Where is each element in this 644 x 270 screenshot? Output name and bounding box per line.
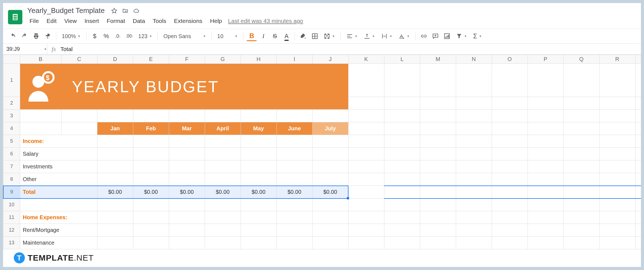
col-header[interactable]: O [492, 55, 528, 64]
text-color-button[interactable]: A [281, 31, 291, 41]
month-header[interactable]: May [241, 122, 276, 135]
month-header[interactable]: June [276, 122, 312, 135]
col-header[interactable]: B [20, 55, 61, 64]
insert-chart-button[interactable] [442, 31, 452, 41]
row-rent[interactable]: Rent/Mortgage [20, 224, 97, 237]
borders-button[interactable] [310, 31, 320, 41]
horizontal-align-button[interactable]: ▼ [344, 31, 360, 41]
print-button[interactable] [31, 31, 41, 41]
row-header[interactable]: 4 [3, 122, 20, 135]
column-headers[interactable]: B C D E F G H I J K L M N O P Q R S [3, 55, 641, 64]
col-header[interactable]: P [528, 55, 563, 64]
text-rotation-button[interactable]: ▼ [396, 31, 412, 41]
selected-range[interactable]: 9 Total $0.00 $0.00 $0.00 $0.00 $0.00 $0… [3, 186, 641, 198]
text-wrap-button[interactable]: ▼ [379, 31, 395, 41]
sheets-logo-icon[interactable] [8, 10, 22, 24]
row-header[interactable]: 6 [3, 148, 20, 160]
spreadsheet-grid[interactable]: B C D E F G H I J K L M N O P Q R S 1 [3, 55, 641, 267]
section-income[interactable]: Income: [20, 135, 97, 148]
menu-file[interactable]: File [26, 17, 43, 25]
last-edit-link[interactable]: Last edit was 43 minutes ago [228, 18, 303, 24]
row-header[interactable]: 8 [3, 173, 20, 186]
month-header[interactable]: Jan [97, 122, 133, 135]
document-title[interactable]: Yearly_Budget Template [26, 6, 106, 15]
menu-insert[interactable]: Insert [81, 17, 103, 25]
row-header[interactable]: 5 [3, 135, 20, 148]
formula-input[interactable] [60, 44, 641, 54]
row-header[interactable]: 13 [3, 237, 20, 249]
merge-cells-button[interactable]: ▼ [321, 31, 337, 41]
font-size-select[interactable]: 10▼ [215, 31, 240, 41]
menu-help[interactable]: Help [206, 17, 226, 25]
increase-decimals-button[interactable]: .00↑ [124, 31, 134, 41]
row-header[interactable]: 9 [3, 186, 20, 198]
row-header[interactable]: 3 [3, 110, 20, 122]
row-header[interactable]: 7 [3, 160, 20, 173]
total-cell[interactable]: $0.00 [205, 186, 241, 198]
font-select[interactable]: Open Sans▼ [161, 31, 208, 41]
undo-button[interactable] [8, 31, 18, 41]
row-header[interactable]: 11 [3, 211, 20, 224]
percent-button[interactable]: % [101, 31, 111, 41]
functions-button[interactable]: Σ▼ [471, 31, 484, 41]
row-header[interactable]: 12 [3, 224, 20, 237]
insert-link-button[interactable] [419, 31, 429, 41]
cloud-status-icon[interactable] [133, 8, 139, 14]
col-header[interactable]: E [133, 55, 169, 64]
more-formats-button[interactable]: 123▼ [136, 31, 154, 41]
zoom-select[interactable]: 100%▼ [60, 31, 83, 41]
menu-tools[interactable]: Tools [149, 17, 170, 25]
move-to-folder-icon[interactable] [122, 8, 128, 14]
paint-format-button[interactable] [43, 31, 53, 41]
vertical-align-button[interactable]: ▼ [361, 31, 377, 41]
insert-comment-button[interactable] [430, 31, 440, 41]
col-header[interactable]: L [384, 55, 420, 64]
col-header[interactable]: C [61, 55, 97, 64]
col-header[interactable]: R [599, 55, 635, 64]
row-maintenance[interactable]: Maintenance [20, 237, 97, 249]
menu-data[interactable]: Data [129, 17, 149, 25]
menu-edit[interactable]: Edit [43, 17, 60, 25]
total-cell[interactable]: $0.00 [97, 186, 133, 198]
col-header[interactable]: D [97, 55, 133, 64]
col-header[interactable]: Q [563, 55, 599, 64]
section-home-expenses[interactable]: Home Expenses: [20, 211, 97, 224]
fill-color-button[interactable] [298, 31, 308, 41]
decrease-decimals-button[interactable]: .0↓ [113, 31, 123, 41]
strikethrough-button[interactable]: S [270, 31, 280, 41]
col-header[interactable]: I [276, 55, 312, 64]
col-header[interactable]: M [420, 55, 456, 64]
italic-button[interactable]: I [258, 31, 268, 41]
total-cell[interactable]: $0.00 [241, 186, 276, 198]
row-header[interactable]: 1 [3, 64, 20, 97]
bold-button[interactable]: B [247, 31, 257, 41]
name-box[interactable]: 39:J9 ▼ [3, 44, 47, 54]
col-header[interactable]: J [312, 55, 348, 64]
month-header[interactable]: April [205, 122, 241, 135]
row-salary[interactable]: Salary [20, 148, 97, 160]
col-header[interactable]: F [169, 55, 205, 64]
row-investments[interactable]: Investments [20, 160, 97, 173]
col-header[interactable]: K [348, 55, 384, 64]
total-cell[interactable]: $0.00 [169, 186, 205, 198]
star-icon[interactable] [111, 8, 117, 14]
row-header[interactable]: 10 [3, 198, 20, 211]
menu-view[interactable]: View [60, 17, 81, 25]
total-cell[interactable]: $0.00 [133, 186, 169, 198]
menu-format[interactable]: Format [103, 17, 129, 25]
menu-extensions[interactable]: Extensions [170, 17, 206, 25]
total-cell[interactable]: $0.00 [276, 186, 312, 198]
col-header[interactable]: G [205, 55, 241, 64]
col-header[interactable]: N [456, 55, 492, 64]
col-header[interactable]: H [241, 55, 276, 64]
banner-cell[interactable]: $ YEARLY BUDGET [20, 64, 348, 110]
row-header[interactable]: 2 [3, 97, 20, 110]
redo-button[interactable] [20, 31, 30, 41]
month-header[interactable]: July [312, 122, 348, 135]
month-header[interactable]: Feb [133, 122, 169, 135]
filter-button[interactable]: ▼ [454, 31, 469, 41]
row-total[interactable]: Total [20, 186, 97, 198]
total-cell[interactable]: $0.00 [312, 186, 348, 198]
col-header[interactable]: S [635, 55, 641, 64]
currency-button[interactable]: $ [90, 31, 100, 41]
